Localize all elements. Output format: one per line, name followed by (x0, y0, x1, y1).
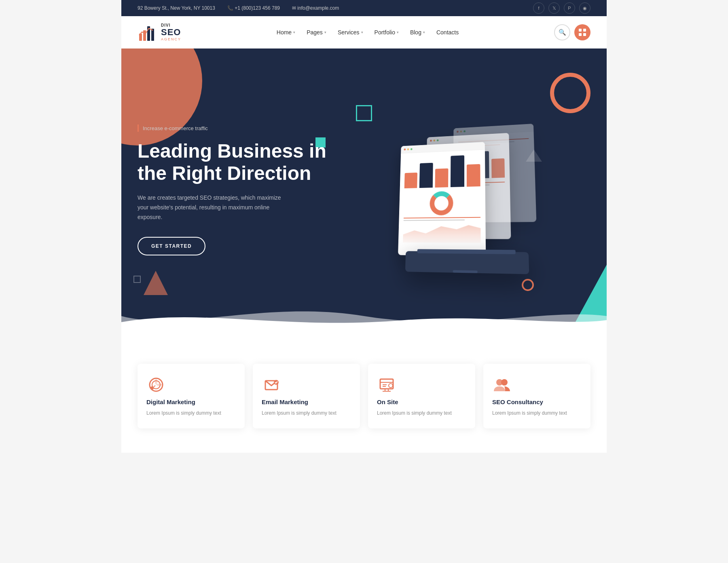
hero-tag: Increase e-commerce traffic (138, 124, 340, 132)
phone-icon: 📞 (227, 5, 235, 11)
svg-point-23 (501, 379, 508, 386)
email-marketing-icon (263, 377, 279, 393)
nav-blog[interactable]: Blog ▾ (410, 29, 425, 36)
email-marketing-title: Email Marketing (262, 399, 351, 405)
service-card-email-marketing: Email Marketing Lorem Ipsum is simply du… (253, 364, 360, 428)
social-icons: f 𝕏 P ◉ (533, 2, 590, 14)
cta-button[interactable]: GET STARTED (138, 237, 205, 255)
nav-portfolio[interactable]: Portfolio ▾ (375, 29, 399, 36)
hero-section: Increase e-commerce traffic Leading Busi… (121, 48, 607, 331)
top-bar-left: 92 Bowery St., New York, NY 10013 📞 +1 (… (138, 5, 339, 11)
svg-line-11 (154, 386, 155, 387)
on-site-icon-wrap (377, 375, 396, 394)
search-button[interactable]: 🔍 (554, 24, 570, 40)
seo-consultancy-title: SEO Consultancy (492, 399, 582, 405)
svg-rect-5 (583, 29, 586, 32)
digital-marketing-icon (148, 377, 164, 393)
logo-text: DIVI SEO AGENCY (161, 23, 181, 41)
email: ✉ info@example.com (292, 5, 339, 11)
service-card-on-site: On Site Lorem Ipsum is simply dummy text (368, 364, 475, 428)
svg-rect-6 (579, 33, 582, 36)
digital-marketing-title: Digital Marketing (146, 399, 236, 405)
donut-chart (430, 191, 453, 215)
chevron-down-icon: ▾ (423, 30, 425, 34)
services-section: Digital Marketing Lorem Ipsum is simply … (121, 331, 607, 453)
hero-triangle-decoration (144, 271, 168, 295)
nav-contacts[interactable]: Contacts (436, 29, 459, 36)
svg-point-21 (389, 384, 393, 388)
nav-links: Home ▾ Pages ▾ Services ▾ Portfolio ▾ Bl… (277, 29, 459, 36)
area-chart (403, 222, 480, 243)
hero-illustration (340, 89, 590, 291)
top-bar: 92 Bowery St., New York, NY 10013 📞 +1 (… (121, 0, 607, 16)
services-grid: Digital Marketing Lorem Ipsum is simply … (138, 364, 590, 428)
device-phone-base (405, 251, 529, 274)
svg-point-10 (150, 386, 154, 390)
email-marketing-icon-wrap (262, 375, 281, 394)
hero-content: Increase e-commerce traffic Leading Busi… (138, 124, 340, 255)
navbar: DIVI SEO AGENCY Home ▾ Pages ▾ Services … (121, 16, 607, 48)
digital-marketing-desc: Lorem Ipsum is simply dummy text (146, 409, 236, 417)
email-icon: ✉ (292, 5, 297, 11)
svg-rect-7 (583, 33, 586, 36)
on-site-desc: Lorem Ipsum is simply dummy text (377, 409, 466, 417)
phone: 📞 +1 (800)123 456 789 (227, 5, 280, 11)
grid-menu-button[interactable] (574, 24, 590, 40)
facebook-icon[interactable]: f (533, 2, 544, 14)
nav-services[interactable]: Services ▾ (338, 29, 363, 36)
email-marketing-desc: Lorem Ipsum is simply dummy text (262, 409, 351, 417)
svg-rect-1 (143, 30, 146, 41)
seo-consultancy-desc: Lorem Ipsum is simply dummy text (492, 409, 582, 417)
wave-divider (121, 300, 607, 331)
nav: DIVI SEO AGENCY Home ▾ Pages ▾ Services … (138, 16, 590, 48)
instagram-icon[interactable]: ◉ (579, 2, 590, 14)
on-site-title: On Site (377, 399, 466, 405)
chevron-down-icon: ▾ (324, 30, 326, 34)
logo[interactable]: DIVI SEO AGENCY (138, 22, 181, 42)
svg-rect-4 (579, 29, 582, 32)
twitter-icon[interactable]: 𝕏 (548, 2, 560, 14)
seo-consultancy-icon (493, 377, 511, 393)
device-mockup (382, 107, 556, 275)
hero-headline: Leading Business in the Right Direction (138, 140, 340, 184)
service-card-seo-consultancy: SEO Consultancy Lorem Ipsum is simply du… (483, 364, 590, 428)
seo-consultancy-icon-wrap (492, 375, 512, 394)
nav-actions: 🔍 (554, 24, 590, 40)
logo-icon (138, 22, 158, 42)
digital-marketing-icon-wrap (146, 375, 166, 394)
hero-square-decoration-3 (133, 276, 141, 283)
service-card-digital-marketing: Digital Marketing Lorem Ipsum is simply … (138, 364, 245, 428)
nav-pages[interactable]: Pages ▾ (307, 29, 326, 36)
chevron-down-icon: ▾ (361, 30, 363, 34)
pinterest-icon[interactable]: P (564, 2, 575, 14)
on-site-icon (379, 377, 395, 393)
chevron-down-icon: ▾ (293, 30, 295, 34)
address: 92 Bowery St., New York, NY 10013 (138, 5, 215, 11)
chevron-down-icon: ▾ (397, 30, 399, 34)
nav-home[interactable]: Home ▾ (277, 29, 295, 36)
chart-panel-main (398, 142, 486, 256)
hero-subtext: We are creates targeted SEO strategies, … (138, 193, 291, 222)
